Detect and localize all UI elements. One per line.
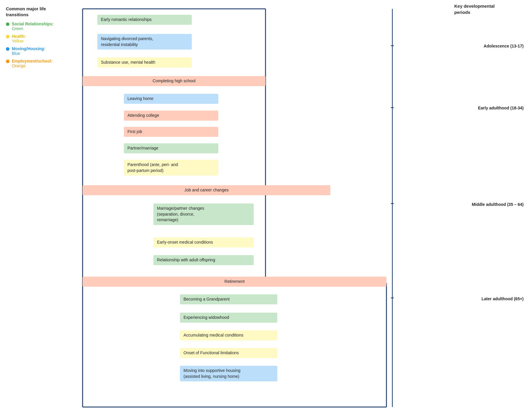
relationship-adult-offspring-label: Relationship with adult offspring (157, 257, 215, 262)
box-completing-high-school: Completing high school (83, 76, 266, 86)
legend-moving-label: Moving/Housing:Blue (12, 46, 45, 56)
box-substance-use: Substance use, mental health (97, 58, 192, 68)
first-job-label: First job (127, 129, 142, 134)
moving-supportive-label: Moving into supportive housing(assisted … (183, 368, 240, 379)
box-attending-college: Attending college (124, 111, 218, 121)
legend-item-employment: Employment/school:Orange (6, 59, 68, 68)
moving-dot (6, 47, 9, 51)
parenthood-label: Parenthood (ante, peri- andpost-partum p… (127, 162, 178, 173)
experiencing-widowhood-label: Experiencing widowhood (183, 315, 229, 320)
legend-item-moving: Moving/Housing:Blue (6, 46, 68, 56)
box-becoming-grandparent: Becoming a Grandparent (180, 294, 277, 304)
box-retirement: Retirement (83, 277, 386, 287)
partner-marriage-label: Partner/marriage (127, 146, 158, 150)
box-first-job: First job (124, 127, 218, 137)
period-adolescence: Adolescence (13-17) (484, 44, 524, 48)
substance-use-label: Substance use, mental health (101, 60, 155, 65)
accumulating-medical-label: Accumulating medical conditions (183, 333, 243, 337)
health-dot (6, 35, 9, 38)
navigating-divorced-label: Navigating divorced parents,residential … (101, 36, 153, 47)
attending-college-label: Attending college (127, 113, 159, 118)
leaving-home-label: Leaving home (127, 96, 153, 101)
legend-item-health: Health:Yellow (6, 34, 68, 43)
completing-hs-label: Completing high school (153, 78, 196, 83)
period-early-adulthood: Early adulthood (18-34) (478, 106, 524, 110)
legend-employment-label: Employment/school:Orange (12, 59, 53, 68)
marriage-partner-changes-label: Marriage/partner changes(separation, div… (157, 206, 204, 222)
becoming-grandparent-label: Becoming a Grandparent (183, 297, 230, 301)
legend-social-label: Social Relationships:Green (12, 22, 54, 31)
box-leaving-home: Leaving home (124, 94, 218, 104)
box-early-onset-medical: Early-onset medical conditions (153, 237, 254, 247)
legend-item-social: Social Relationships:Green (6, 22, 68, 31)
period-later-adulthood: Later adulthood (65+) (481, 296, 524, 301)
box-early-romantic: Early romantic relationships (97, 15, 192, 25)
legend: Common major lifetransitions Social Rela… (6, 6, 68, 71)
box-navigating-divorced: Navigating divorced parents,residential … (97, 34, 192, 50)
periods-title: Key developmentalperiods (454, 3, 525, 15)
box-moving-supportive: Moving into supportive housing(assisted … (180, 366, 277, 381)
early-romantic-label: Early romantic relationships (101, 17, 152, 22)
box-marriage-partner-changes: Marriage/partner changes(separation, div… (153, 204, 254, 225)
job-career-label: Job and career changes (184, 188, 229, 192)
social-dot (6, 22, 9, 26)
box-job-career: Job and career changes (83, 185, 330, 195)
box-onset-functional: Onset of Functional limitations (180, 348, 277, 358)
early-onset-medical-label: Early-onset medical conditions (157, 240, 213, 245)
legend-health-label: Health:Yellow (12, 34, 26, 43)
box-accumulating-medical: Accumulating medical conditions (180, 330, 277, 340)
period-middle-adulthood: Middle adulthood (35 – 64) (472, 202, 524, 207)
employment-dot (6, 60, 9, 63)
box-experiencing-widowhood: Experiencing widowhood (180, 313, 277, 323)
onset-functional-label: Onset of Functional limitations (183, 350, 239, 355)
box-partner-marriage: Partner/marriage (124, 143, 218, 153)
retirement-label: Retirement (224, 279, 245, 284)
box-parenthood: Parenthood (ante, peri- andpost-partum p… (124, 160, 218, 175)
legend-title: Common major lifetransitions (6, 6, 68, 17)
box-relationship-adult-offspring: Relationship with adult offspring (153, 255, 254, 265)
